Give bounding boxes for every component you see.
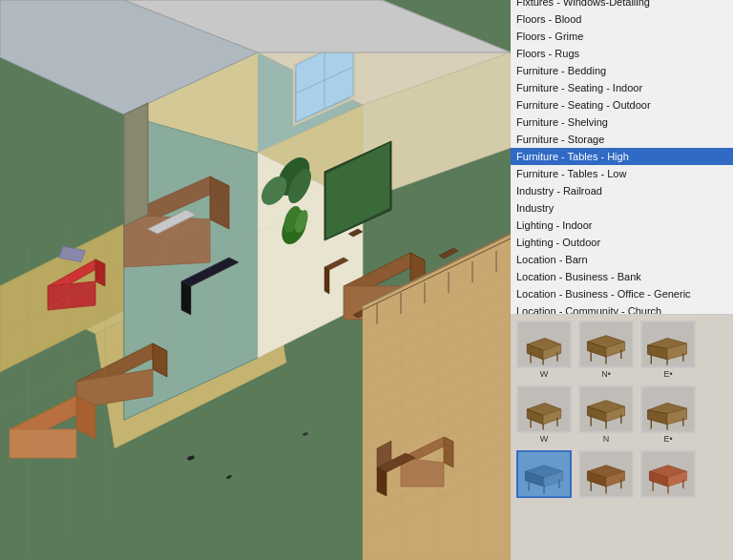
svg-marker-89 (401, 458, 444, 487)
thumbnail-row: WN•E• (514, 319, 729, 382)
category-list[interactable]: CarpentryConstructionFixtures - Bathroom… (511, 0, 733, 315)
iso-scene: Lighting . (0, 0, 511, 560)
category-item-furniture-seating-indoor[interactable]: Furniture - Seating - Indoor (511, 79, 733, 96)
category-item-furniture-shelving[interactable]: Furniture - Shelving (511, 114, 733, 131)
thumbnail-cell-table-brown[interactable] (576, 448, 636, 500)
thumbnail-image (640, 385, 696, 433)
category-item-location-community-church[interactable]: Location - Community - Church (511, 302, 733, 315)
thumbnail-cell-table-blue[interactable] (514, 448, 574, 500)
svg-marker-17 (95, 259, 105, 286)
svg-marker-88 (444, 437, 453, 467)
category-item-location-barn[interactable]: Location - Barn (511, 251, 733, 268)
svg-marker-18 (48, 281, 95, 310)
thumbnail-row (514, 448, 729, 500)
thumbnail-cell-table-w[interactable]: W (514, 319, 574, 382)
thumbnail-image (578, 385, 634, 433)
category-item-floors-rugs[interactable]: Floors - Rugs (511, 45, 733, 62)
thumbnail-image (640, 321, 696, 368)
thumbnail-label: E• (663, 433, 672, 445)
svg-marker-40 (325, 267, 329, 294)
category-item-furniture-seating-outdoor[interactable]: Furniture - Seating - Outdoor (511, 96, 733, 114)
svg-marker-91 (377, 467, 387, 496)
thumbnail-image (640, 450, 696, 498)
category-item-furniture-bedding[interactable]: Furniture - Bedding (511, 62, 733, 79)
category-item-lighting-indoor[interactable]: Lighting - Indoor (511, 217, 733, 234)
category-item-floors-blood[interactable]: Floors - Blood (511, 10, 733, 28)
thumbnail-image (578, 321, 634, 368)
thumbnail-label: N• (601, 368, 611, 380)
category-item-location-business-office-generic[interactable]: Location - Business - Office - Generic (511, 285, 733, 302)
right-panel: CarpentryConstructionFixtures - Bathroom… (511, 0, 733, 560)
thumbnail-row: WNE• (514, 384, 729, 446)
thumbnail-image (578, 450, 634, 498)
category-item-fixtures-windows-detailing[interactable]: Fixtures - Windows-Detailing (511, 0, 733, 10)
thumbnail-cell-table-n[interactable]: N• (576, 319, 636, 382)
svg-marker-49 (10, 429, 76, 458)
thumbnail-cell-table-red[interactable] (639, 448, 698, 500)
thumbnail-label: W (540, 433, 549, 445)
category-item-furniture-storage[interactable]: Furniture - Storage (511, 131, 733, 148)
thumbnail-label: N (603, 433, 610, 445)
thumbnail-cell-table-e2[interactable]: E• (639, 384, 698, 446)
category-item-floors-grime[interactable]: Floors - Grime (511, 28, 733, 45)
thumbnail-image (516, 385, 572, 433)
svg-marker-26 (181, 281, 191, 315)
game-view: Lighting . (0, 0, 511, 560)
category-item-lighting-outdoor[interactable]: Lighting - Outdoor (511, 234, 733, 251)
thumbnail-image (516, 321, 572, 368)
thumbnail-label: W (540, 368, 549, 380)
thumbnail-label: E• (663, 368, 672, 380)
category-item-industry-railroad[interactable]: Industry - Railroad (511, 182, 733, 199)
thumbnail-cell-table-w2[interactable]: W (514, 384, 574, 446)
thumbnail-cell-table-e[interactable]: E• (639, 319, 698, 382)
thumbnail-area: WN•E•WNE• (511, 315, 733, 560)
category-item-furniture-tables-low[interactable]: Furniture - Tables - Low (511, 165, 733, 182)
category-item-industry[interactable]: Industry (511, 199, 733, 217)
category-item-furniture-tables-high[interactable]: Furniture - Tables - High (511, 148, 733, 165)
svg-marker-14 (210, 176, 229, 229)
thumbnail-cell-table-n2[interactable]: N (576, 384, 636, 446)
category-item-location-business-bank[interactable]: Location - Business - Bank (511, 268, 733, 285)
svg-marker-105 (124, 103, 148, 226)
thumbnail-image (516, 450, 572, 498)
